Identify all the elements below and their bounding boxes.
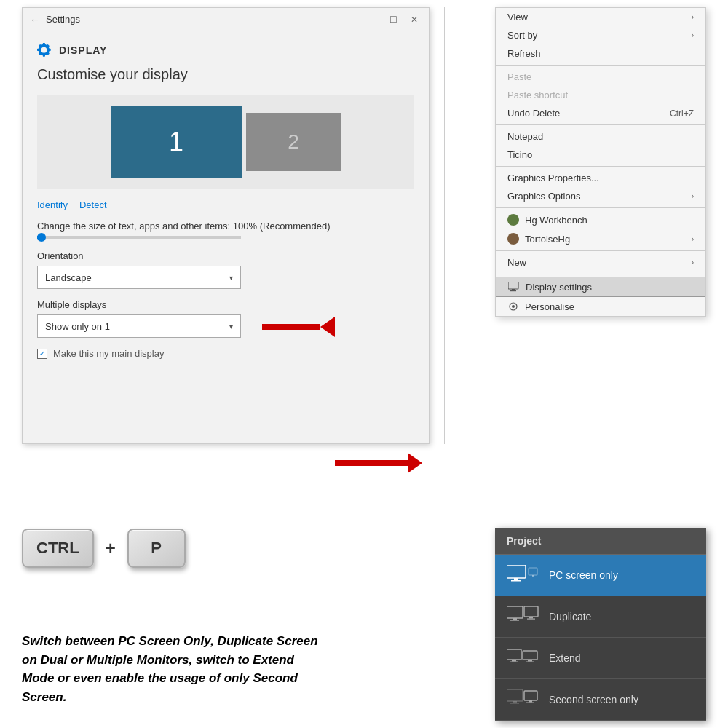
separator-1 <box>496 65 705 66</box>
svg-rect-15 <box>527 619 535 620</box>
svg-rect-9 <box>532 575 534 577</box>
context-menu: View › Sort by › Refresh Paste Paste sho… <box>495 7 706 317</box>
monitor-preview: 1 2 <box>37 95 414 189</box>
menu-label-ticino: Ticino <box>507 149 532 160</box>
chevron-down-icon: ▾ <box>229 274 233 282</box>
chevron-down-icon-2: ▾ <box>229 323 233 331</box>
arrowhead-right <box>408 453 422 473</box>
window-controls: — ☐ ✕ <box>364 13 422 26</box>
svg-rect-17 <box>512 660 516 662</box>
hg-icon <box>507 214 519 226</box>
title-bar: ← Settings — ☐ ✕ <box>23 8 429 31</box>
svg-rect-23 <box>513 701 517 703</box>
menu-shortcut-undo: Ctrl+Z <box>670 108 694 119</box>
display-section-title: DISPLAY <box>59 44 107 56</box>
close-button[interactable]: ✕ <box>407 13 422 26</box>
menu-item-new[interactable]: New › <box>496 253 705 272</box>
left-arrow <box>262 317 335 337</box>
arrow-body-right <box>335 460 408 466</box>
bottom-description-text: Switch between PC Screen Only, Duplicate… <box>22 632 328 706</box>
svg-rect-20 <box>528 660 532 662</box>
multiple-displays-dropdown[interactable]: Show only on 1 ▾ <box>37 314 241 338</box>
project-item-duplicate[interactable]: Duplicate <box>495 596 706 638</box>
menu-label-personalise: Personalise <box>525 301 574 312</box>
back-button[interactable]: ← <box>30 14 40 25</box>
arrow-icon-view: › <box>692 13 694 21</box>
detect-link[interactable]: Detect <box>79 199 107 210</box>
vertical-divider <box>444 7 445 444</box>
svg-point-4 <box>512 305 515 308</box>
pc-screen-only-icon <box>507 565 539 585</box>
svg-rect-0 <box>508 282 518 289</box>
project-item-extend[interactable]: Extend <box>495 638 706 679</box>
monitor-2[interactable]: 2 <box>246 113 341 171</box>
svg-rect-12 <box>510 620 519 621</box>
project-panel-header: Project <box>495 528 706 555</box>
arrow-icon-new: › <box>692 258 694 266</box>
display-icon <box>508 281 520 293</box>
right-arrow <box>335 453 422 473</box>
multiple-displays-value: Show only on 1 <box>45 321 110 332</box>
svg-rect-8 <box>529 568 537 575</box>
ctrl-key: CTRL <box>22 529 94 568</box>
menu-label-undo-delete: Undo Delete <box>507 108 560 119</box>
separator-2 <box>496 124 705 125</box>
maximize-button[interactable]: ☐ <box>386 13 401 26</box>
menu-item-paste: Paste <box>496 68 705 86</box>
project-item-pc-only[interactable]: PC screen only <box>495 555 706 596</box>
svg-rect-10 <box>507 606 523 618</box>
monitor-1[interactable]: 1 <box>111 106 242 178</box>
svg-rect-5 <box>507 565 526 578</box>
menu-item-display-settings[interactable]: Display settings <box>496 277 705 297</box>
separator-4 <box>496 207 705 208</box>
arrow-icon-graphics: › <box>692 192 694 200</box>
scale-slider[interactable] <box>37 236 414 239</box>
menu-label-graphics-options: Graphics Options <box>507 191 580 202</box>
menu-label-paste-shortcut: Paste shortcut <box>507 90 568 100</box>
menu-item-graphics-props[interactable]: Graphics Properties... <box>496 169 705 187</box>
svg-rect-14 <box>529 617 533 619</box>
svg-rect-1 <box>512 289 515 290</box>
separator-5 <box>496 250 705 251</box>
menu-label-sortby: Sort by <box>507 30 537 41</box>
menu-item-hg-workbench[interactable]: Hg Workbench <box>496 210 705 229</box>
pc-screen-only-label: PC screen only <box>549 569 618 581</box>
menu-item-personalise[interactable]: Personalise <box>496 297 705 316</box>
menu-label-tortoisehg: TortoiseHg <box>525 234 570 245</box>
gear-icon <box>37 43 52 58</box>
orientation-label: Orientation <box>37 250 414 261</box>
menu-label-paste: Paste <box>507 71 531 82</box>
second-screen-only-label: Second screen only <box>549 694 638 705</box>
svg-rect-6 <box>514 578 518 580</box>
menu-label-graphics-props: Graphics Properties... <box>507 173 599 183</box>
identify-link[interactable]: Identify <box>37 199 68 210</box>
extend-label: Extend <box>549 652 581 664</box>
menu-item-view[interactable]: View › <box>496 8 705 26</box>
main-display-checkbox[interactable]: ✓ <box>37 349 47 359</box>
svg-rect-2 <box>510 290 516 291</box>
menu-item-undo-delete[interactable]: Undo Delete Ctrl+Z <box>496 104 705 122</box>
orientation-value: Landscape <box>45 272 92 283</box>
menu-label-hg: Hg Workbench <box>525 215 587 226</box>
svg-rect-27 <box>526 703 534 703</box>
menu-item-sortby[interactable]: Sort by › <box>496 26 705 44</box>
menu-item-tortoisehg[interactable]: TortoiseHg › <box>496 229 705 248</box>
svg-rect-7 <box>511 580 521 582</box>
project-item-second-only[interactable]: Second screen only <box>495 679 706 721</box>
svg-rect-13 <box>524 606 538 617</box>
display-header: DISPLAY <box>37 43 414 58</box>
menu-item-notepad[interactable]: Notepad <box>496 127 705 146</box>
orientation-dropdown[interactable]: Landscape ▾ <box>37 266 241 289</box>
menu-item-refresh[interactable]: Refresh <box>496 44 705 63</box>
arrowhead-left <box>320 317 335 337</box>
customise-title: Customise your display <box>37 66 414 83</box>
menu-item-graphics-options[interactable]: Graphics Options › <box>496 187 705 205</box>
multiple-displays-label: Multiple displays <box>37 299 414 310</box>
menu-item-ticino[interactable]: Ticino <box>496 146 705 164</box>
scale-text: Change the size of text, apps and other … <box>37 221 414 232</box>
p-key: P <box>127 529 186 568</box>
menu-item-paste-shortcut: Paste shortcut <box>496 86 705 104</box>
project-panel: Project PC screen only Duplicate <box>495 528 706 721</box>
minimize-button[interactable]: — <box>364 13 380 26</box>
svg-rect-16 <box>507 649 521 660</box>
